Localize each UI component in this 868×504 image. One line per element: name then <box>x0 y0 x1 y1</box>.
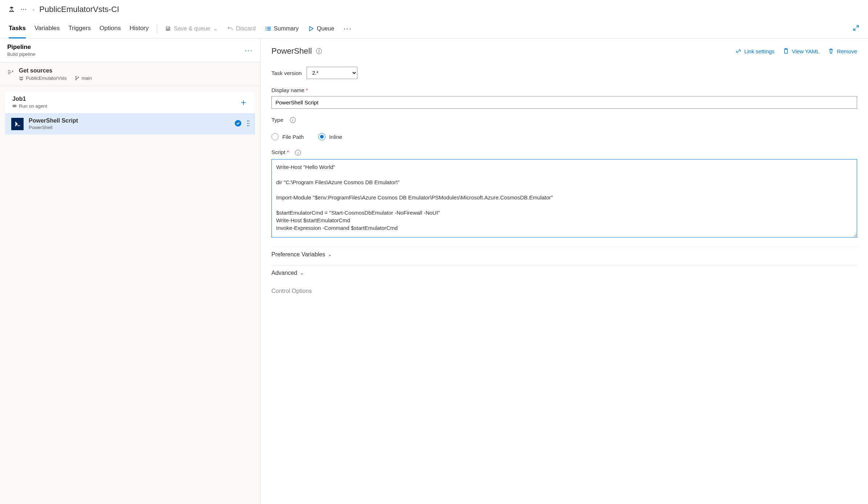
svg-point-12 <box>247 120 248 121</box>
type-filepath-label: File Path <box>282 134 304 140</box>
tab-triggers[interactable]: Triggers <box>69 19 91 38</box>
branch-meta: main <box>75 75 92 81</box>
svg-rect-3 <box>267 28 271 29</box>
svg-point-14 <box>247 123 248 124</box>
chevron-down-icon: ⌄ <box>213 25 218 32</box>
repo-name: PublicEmulatorVsts <box>26 75 67 81</box>
script-textarea[interactable] <box>271 159 857 237</box>
link-settings-button[interactable]: Link settings <box>736 48 774 54</box>
svg-rect-2 <box>266 28 266 29</box>
job-row[interactable]: Job1 Run on agent ＋ <box>5 91 255 113</box>
list-icon <box>265 26 271 32</box>
tab-tasks[interactable]: Tasks <box>9 19 26 38</box>
type-filepath-radio[interactable]: File Path <box>271 133 304 140</box>
repo-icon <box>19 76 24 80</box>
drag-handle-icon[interactable] <box>246 120 250 128</box>
display-name-label: Display name * <box>271 87 308 93</box>
svg-rect-9 <box>13 105 17 106</box>
add-task-button[interactable]: ＋ <box>239 96 248 108</box>
svg-point-13 <box>249 120 250 121</box>
type-label: Type <box>271 117 283 123</box>
svg-point-6 <box>75 76 76 77</box>
toolbar-actions: Save & queue ⌄ Discard Summary Queue ··· <box>165 24 352 33</box>
task-version-label: Task version <box>271 70 302 76</box>
type-radio-group: File Path Inline <box>271 131 857 142</box>
display-name-input[interactable] <box>271 96 857 109</box>
play-icon <box>308 26 314 32</box>
section-advanced[interactable]: Advanced ⌄ <box>271 265 857 281</box>
get-sources-title: Get sources <box>19 67 253 74</box>
svg-point-7 <box>75 79 76 80</box>
tab-history[interactable]: History <box>130 19 149 38</box>
job-title: Job1 <box>12 96 47 102</box>
discard-button[interactable]: Discard <box>227 25 255 32</box>
info-icon[interactable]: i <box>290 117 296 123</box>
svg-point-15 <box>249 123 250 124</box>
toolbar-more-icon[interactable]: ··· <box>344 24 352 33</box>
type-inline-radio[interactable]: Inline <box>318 133 342 140</box>
pipeline-icon[interactable] <box>8 6 15 13</box>
info-icon[interactable]: i <box>316 48 322 54</box>
queue-label: Queue <box>317 25 334 32</box>
more-icon[interactable]: ··· <box>20 6 28 13</box>
pipeline-tree: Pipeline Build pipeline ··· Get sources … <box>0 38 261 504</box>
info-icon[interactable]: i <box>295 150 301 156</box>
summary-button[interactable]: Summary <box>265 25 299 32</box>
pipeline-subtitle: Build pipeline <box>7 51 35 57</box>
svg-point-8 <box>78 77 78 78</box>
type-row: Type i <box>271 117 857 123</box>
job-subtitle: Run on agent <box>12 103 47 109</box>
display-name-row: Display name * <box>271 87 857 109</box>
tab-variables[interactable]: Variables <box>34 19 60 38</box>
pipeline-more-icon[interactable]: ··· <box>245 46 253 54</box>
undo-icon <box>227 26 233 32</box>
breadcrumb-title[interactable]: PublicEmulatorVsts-CI <box>39 5 119 14</box>
svg-rect-4 <box>266 30 266 30</box>
pipeline-header[interactable]: Pipeline Build pipeline ··· <box>0 38 260 62</box>
source-icon <box>7 69 14 77</box>
save-queue-button[interactable]: Save & queue ⌄ <box>165 25 218 32</box>
fullscreen-icon[interactable] <box>853 25 859 32</box>
svg-point-16 <box>247 125 248 126</box>
discard-label: Discard <box>236 25 255 32</box>
get-sources-row[interactable]: Get sources PublicEmulatorVsts main <box>0 62 260 86</box>
chevron-down-icon: ⌄ <box>328 252 332 257</box>
type-inline-label: Inline <box>329 134 342 140</box>
link-settings-label: Link settings <box>744 48 774 54</box>
chevron-down-icon: ⌄ <box>300 270 304 276</box>
main-area: Pipeline Build pipeline ··· Get sources … <box>0 38 868 504</box>
svg-rect-0 <box>266 27 266 28</box>
queue-button[interactable]: Queue <box>308 25 334 32</box>
save-icon <box>165 26 171 32</box>
script-label: Script * i <box>271 149 301 155</box>
summary-label: Summary <box>274 25 299 32</box>
agent-icon <box>12 104 17 108</box>
remove-label: Remove <box>837 48 857 54</box>
task-subtitle: PowerShell <box>29 125 78 130</box>
link-icon <box>736 48 741 54</box>
view-yaml-button[interactable]: View YAML <box>783 48 819 54</box>
task-status-icon <box>235 120 241 128</box>
tab-options[interactable]: Options <box>99 19 121 38</box>
toolbar: Tasks Variables Triggers Options History… <box>0 19 868 38</box>
save-queue-label: Save & queue <box>174 25 210 32</box>
pipeline-title: Pipeline <box>7 44 35 51</box>
svg-rect-5 <box>267 30 271 30</box>
breadcrumb: ··· › PublicEmulatorVsts-CI <box>0 0 868 19</box>
breadcrumb-separator: › <box>33 7 34 12</box>
svg-rect-18 <box>785 49 787 53</box>
script-row: Script * i <box>271 149 857 239</box>
clipboard-icon <box>783 48 789 54</box>
remove-button[interactable]: Remove <box>828 48 857 54</box>
section-control-options[interactable]: Control Options <box>271 284 857 299</box>
task-detail-panel: PowerShell i Link settings View YAML Rem… <box>261 38 868 504</box>
svg-point-17 <box>249 125 250 126</box>
svg-rect-1 <box>267 27 271 28</box>
powershell-icon <box>11 118 24 130</box>
task-row-powershell[interactable]: PowerShell Script PowerShell <box>5 113 255 135</box>
section-preference-variables[interactable]: Preference Variables ⌄ <box>271 247 857 262</box>
branch-name: main <box>82 75 92 81</box>
task-version-select[interactable]: 2.* <box>307 67 357 79</box>
trash-icon <box>828 48 834 54</box>
toolbar-divider <box>157 24 157 33</box>
